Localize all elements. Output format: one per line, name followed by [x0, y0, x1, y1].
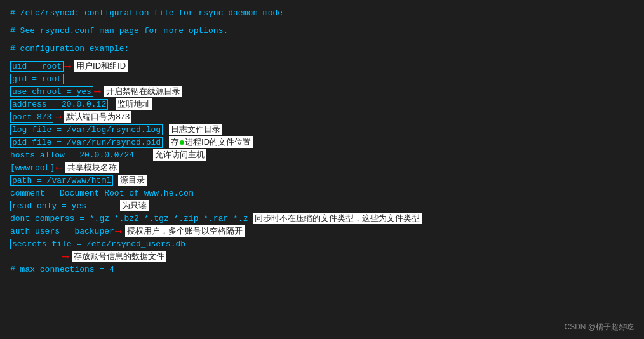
comment-2: # See rsyncd.conf man page for more opti…: [10, 26, 228, 36]
terminal-content: # /etc/rsyncd: configuration file for rs…: [10, 6, 634, 276]
line-pidfile: pid file = /var/run/rsyncd.pid 存进程ID的文件位…: [10, 136, 634, 149]
comment-doc-code: comment = Document Root of www.he.com: [10, 189, 194, 198]
green-dot: [180, 140, 184, 145]
line-port: port 873 ⟶ 默认端口号为873: [10, 110, 634, 123]
secrets-code: secrets file = /etc/rsyncd_users.db: [10, 239, 187, 249]
arrow-port: ⟶: [55, 111, 60, 123]
line-secrets: secrets file = /etc/rsyncd_users.db: [10, 237, 634, 250]
annotation-logfile: 日志文件目录: [169, 124, 222, 135]
uid-code: uid = root: [10, 61, 64, 72]
line-readonly: read only = yes 为只读: [10, 199, 634, 212]
arrow-wwwroot: ⟵: [56, 162, 62, 174]
line-2: # See rsyncd.conf man page for more opti…: [10, 24, 634, 37]
port-code: port 873: [10, 112, 53, 123]
arrow-authusers: ⟶: [116, 225, 121, 237]
annotation-address: 监听地址: [116, 98, 152, 110]
path-code: path = /var/www/html: [10, 175, 113, 186]
line-maxconn: # max connections = 4: [10, 263, 634, 276]
annotation-chroot: 开启禁锢在线源目录: [104, 86, 182, 97]
line-path: path = /var/www/html 源目录: [10, 174, 634, 187]
hosts-code: hosts allow = 20.0.0.0/24: [10, 150, 134, 160]
line-3: # configuration example:: [10, 42, 634, 55]
logfile-code: log file = /var/log/rsyncd.log: [10, 124, 163, 135]
line-secrets-annotation: ⟶ 存放账号信息的数据文件: [10, 250, 634, 263]
annotation-path: 源目录: [118, 175, 147, 186]
annotation-uid: 用户ID和组ID: [74, 60, 128, 72]
line-uid: uid = root ⟶ 用户ID和组ID: [10, 60, 634, 72]
comment-1: # /etc/rsyncd: configuration file for rs…: [10, 8, 283, 18]
arrow-uid: ⟶: [65, 60, 70, 72]
comment-3: # configuration example:: [10, 44, 129, 53]
line-wwwroot: [wwwroot] ⟵ 共享模块名称: [10, 161, 634, 174]
annotation-authusers: 授权用户，多个账号以空格隔开: [125, 225, 245, 237]
dontcompress-code: dont comperss = *.gz *.bz2 *.tgz *.zip *…: [10, 214, 248, 223]
readonly-code: read only = yes: [10, 201, 88, 211]
annotation-hosts: 允许访问主机: [153, 149, 206, 161]
annotation-secrets: 存放账号信息的数据文件: [72, 251, 166, 262]
pidfile-code: pid file = /var/run/rsyncd.pid: [10, 137, 163, 148]
line-comment-doc: comment = Document Root of www.he.com: [10, 187, 634, 199]
annotation-port: 默认端口号为873: [64, 111, 131, 123]
line-gid: gid = root: [10, 72, 634, 85]
annotation-pidfile: 存进程ID的文件位置: [169, 136, 253, 148]
line-hosts: hosts allow = 20.0.0.0/24 允许访问主机: [10, 149, 634, 161]
line-logfile: log file = /var/log/rsyncd.log 日志文件目录: [10, 123, 634, 136]
chroot-code: use chroot = yes: [10, 86, 93, 97]
arrow-chroot: ⟶: [95, 86, 100, 98]
annotation-readonly: 为只读: [120, 200, 149, 211]
line-dontcompress: dont comperss = *.gz *.bz2 *.tgz *.zip *…: [10, 212, 634, 225]
maxconn-code: # max connections = 4: [10, 265, 114, 274]
annotation-wwwroot: 共享模块名称: [65, 162, 119, 173]
line-1: # /etc/rsyncd: configuration file for rs…: [10, 6, 634, 19]
wwwroot-code: [wwwroot]: [10, 163, 55, 173]
line-chroot: use chroot = yes ⟶ 开启禁锢在线源目录: [10, 85, 634, 98]
watermark: CSDN @橘子超好吃: [564, 322, 634, 333]
address-code: address = 20.0.0.12: [10, 99, 108, 110]
authusers-code: auth users = backuper: [10, 227, 114, 236]
arrow-secrets: ⟶: [62, 251, 68, 263]
line-authusers: auth users = backuper ⟶ 授权用户，多个账号以空格隔开: [10, 225, 634, 237]
line-address: address = 20.0.0.12 监听地址: [10, 98, 634, 110]
annotation-dontcompress: 同步时不在压缩的文件类型，这些为文件类型: [253, 213, 422, 224]
gid-code: gid = root: [10, 74, 64, 84]
